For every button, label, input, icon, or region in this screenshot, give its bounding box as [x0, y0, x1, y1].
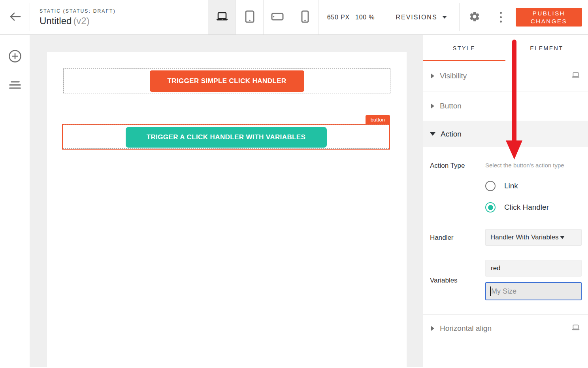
chevron-down-icon — [442, 16, 447, 19]
gear-icon — [469, 11, 481, 24]
laptop-icon — [216, 12, 228, 23]
chevron-right-icon — [431, 326, 434, 331]
chevron-right-icon — [431, 74, 434, 78]
variable-input-2-focused[interactable]: My Size — [485, 282, 582, 300]
section-action[interactable]: Action — [423, 121, 588, 147]
publish-changes-button[interactable]: PUBLISH CHANGES — [516, 8, 582, 27]
phone-icon — [301, 10, 309, 24]
chevron-right-icon — [431, 104, 434, 108]
zoom-level-label: 100 % — [355, 14, 375, 21]
device-tablet-button[interactable] — [236, 0, 263, 34]
plus-circle-icon — [8, 58, 22, 64]
selection-inner-outline: TRIGGER A CLICK HANDLER WITH VARIABLES — [63, 125, 389, 149]
section-visibility[interactable]: Visibility — [423, 61, 588, 91]
action-type-label: Action Type — [430, 161, 485, 170]
action-section-body: Action Type Select the button's action t… — [423, 147, 588, 314]
document-status: STATIC (STATUS: DRAFT) — [40, 8, 208, 14]
section-horizontal-align[interactable]: Horizontal align — [423, 314, 588, 342]
back-arrow-icon — [9, 12, 21, 23]
selected-button-element[interactable]: button TRIGGER A CLICK HANDLER WITH VARI… — [62, 124, 390, 150]
kebab-menu-icon — [500, 12, 502, 23]
viewport-size-control[interactable]: 650 PX 100 % — [318, 0, 383, 34]
dropdown-caret-icon — [560, 236, 565, 239]
style-panel: STYLE ELEMENT Visibility Button Action A… — [423, 35, 588, 367]
trigger-click-handler-with-variables-button[interactable]: TRIGGER A CLICK HANDLER WITH VARIABLES — [126, 127, 327, 148]
viewport-width-label: 650 PX — [327, 14, 350, 21]
radio-link-label: Link — [504, 182, 518, 190]
trigger-simple-click-handler-button[interactable]: TRIGGER SIMPLE CLICK HANDLER — [150, 70, 304, 92]
tree-icon — [9, 85, 21, 91]
version-label: (v2) — [73, 15, 89, 26]
device-desktop-button[interactable] — [208, 0, 236, 34]
variables-label: Variables — [430, 276, 485, 285]
add-element-button[interactable] — [8, 49, 22, 64]
responsive-laptop-icon[interactable] — [571, 324, 580, 332]
settings-button[interactable] — [460, 0, 490, 34]
radio-link[interactable] — [485, 181, 496, 191]
text-cursor — [490, 286, 491, 296]
layer-tree-button[interactable] — [9, 81, 21, 91]
back-button[interactable] — [0, 0, 30, 34]
more-options-button[interactable] — [490, 0, 512, 34]
tab-style[interactable]: STYLE — [423, 35, 505, 61]
topbar: STATIC (STATUS: DRAFT) Untitled(v2) 650 … — [0, 0, 588, 35]
phone-landscape-icon — [271, 13, 284, 22]
radio-click-handler[interactable] — [485, 202, 496, 212]
tab-element[interactable]: ELEMENT — [505, 35, 588, 61]
document-title-block: STATIC (STATUS: DRAFT) Untitled(v2) — [30, 0, 208, 34]
device-phone-landscape-button[interactable] — [263, 0, 291, 34]
handler-select[interactable]: Handler With Variables — [485, 229, 582, 246]
page-canvas: TRIGGER SIMPLE CLICK HANDLER button TRIG… — [47, 52, 407, 367]
tablet-icon — [245, 10, 255, 24]
device-phone-button[interactable] — [291, 0, 318, 34]
responsive-laptop-icon[interactable] — [571, 72, 580, 80]
page-title: Untitled(v2) — [40, 15, 208, 27]
left-toolbar — [0, 35, 30, 367]
active-tab-indicator — [423, 60, 505, 61]
revisions-dropdown[interactable]: REVISIONS — [383, 0, 459, 34]
selection-type-badge: button — [366, 115, 390, 124]
chevron-down-icon — [430, 132, 435, 136]
variable-input-1[interactable]: red — [485, 260, 582, 277]
canvas-workspace: TRIGGER SIMPLE CLICK HANDLER button TRIG… — [30, 35, 423, 367]
section-button[interactable]: Button — [423, 91, 588, 121]
panel-tabs: STYLE ELEMENT — [423, 35, 588, 61]
action-type-help-text: Select the button's action type — [485, 161, 568, 170]
button-element-container[interactable]: TRIGGER SIMPLE CLICK HANDLER — [63, 68, 390, 93]
radio-click-handler-label: Click Handler — [504, 203, 549, 212]
handler-label: Handler — [430, 233, 485, 242]
